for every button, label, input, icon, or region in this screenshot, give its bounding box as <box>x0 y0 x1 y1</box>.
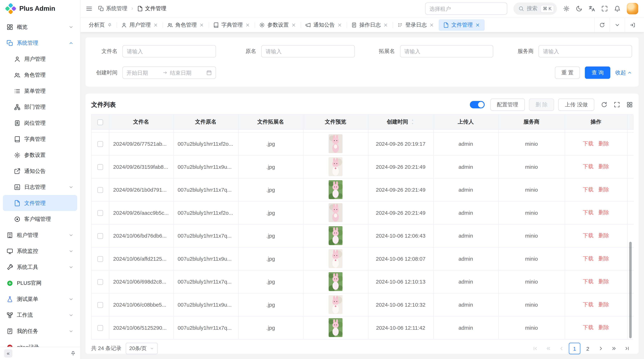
previous-page-button[interactable] <box>556 343 567 354</box>
dark-mode-button[interactable] <box>576 5 582 12</box>
tab-item[interactable]: 文件管理 <box>439 19 484 30</box>
reset-button[interactable]: 重 置 <box>555 66 580 79</box>
tenant-select[interactable] <box>425 2 507 15</box>
file-preview-image[interactable] <box>328 180 342 199</box>
page-size-select[interactable]: 20条/页 <box>126 343 158 354</box>
tab-item[interactable]: 角色管理 <box>162 19 208 30</box>
table-row[interactable]: 2024/09/26/77521ab... 007u2bluly1hrr11xf… <box>92 132 634 155</box>
sidebar-pin-icon[interactable] <box>70 351 76 356</box>
sidebar-item[interactable]: 客户端管理 <box>3 211 77 227</box>
column-header[interactable]: 创建时间 <box>368 115 433 129</box>
close-icon[interactable] <box>383 22 388 27</box>
sidebar-item[interactable]: PLUS官网 <box>3 275 77 291</box>
download-link[interactable]: 下载 <box>583 278 594 285</box>
date-end-input[interactable] <box>170 69 204 76</box>
download-link[interactable]: 下载 <box>583 163 594 170</box>
page-button[interactable]: 1 <box>569 343 580 354</box>
sidebar-collapse-button[interactable]: « <box>4 349 12 358</box>
table-fullscreen-button[interactable] <box>614 101 620 108</box>
file-preview-image[interactable] <box>328 226 342 245</box>
filter-input[interactable] <box>400 45 494 57</box>
sidebar-item[interactable]: 通知公告 <box>3 163 77 179</box>
tab-item[interactable]: 通知公告 <box>301 19 347 30</box>
table-row[interactable]: 2024/09/26/3159fab8... 007u2bluly1hrr11x… <box>92 155 634 178</box>
close-icon[interactable] <box>291 22 296 27</box>
file-preview-image[interactable] <box>328 134 342 153</box>
row-checkbox[interactable] <box>97 187 103 193</box>
tab-exit-button[interactable] <box>625 18 640 32</box>
sidebar-item[interactable]: 日志管理 <box>3 179 77 195</box>
sidebar-item[interactable]: 菜单管理 <box>3 83 77 99</box>
delete-selected-button[interactable]: 删 除 <box>529 98 554 111</box>
sidebar-item[interactable]: 字典管理 <box>3 131 77 147</box>
tab-item[interactable]: 登录日志 <box>393 19 439 30</box>
global-search[interactable]: 搜索 ⌘ K <box>513 2 557 15</box>
upload-button[interactable]: 上传 没做 <box>558 98 594 111</box>
file-preview-image[interactable] <box>328 272 342 291</box>
table-scrollbar[interactable] <box>629 242 632 338</box>
file-preview-image[interactable] <box>328 249 342 268</box>
close-icon[interactable] <box>245 22 250 27</box>
close-icon[interactable] <box>475 22 480 27</box>
close-icon[interactable] <box>199 22 204 27</box>
close-icon[interactable] <box>337 22 342 27</box>
row-checkbox[interactable] <box>97 256 103 262</box>
filter-input[interactable] <box>122 45 216 57</box>
tab-menu-button[interactable] <box>610 18 625 32</box>
sidebar-item[interactable]: gitee记录 <box>3 339 77 347</box>
file-preview-image[interactable] <box>328 157 342 176</box>
sidebar-item[interactable]: 概览 <box>3 19 77 35</box>
first-page-button[interactable] <box>529 343 541 354</box>
tab-item[interactable]: 参数设置 <box>254 19 300 30</box>
breadcrumb-item[interactable]: 系统管理 <box>98 5 127 12</box>
collapse-filters-link[interactable]: 收起 <box>615 69 632 76</box>
delete-link[interactable]: 删除 <box>598 232 609 239</box>
file-preview-image[interactable] <box>328 295 342 314</box>
download-link[interactable]: 下载 <box>583 209 594 216</box>
jump-back-button[interactable] <box>542 343 554 354</box>
sidebar-item[interactable]: 我的任务 <box>3 323 77 339</box>
delete-link[interactable]: 删除 <box>598 163 609 170</box>
sidebar-item[interactable]: 文件管理 <box>3 195 77 211</box>
table-refresh-button[interactable] <box>601 101 608 108</box>
row-checkbox[interactable] <box>97 141 103 147</box>
delete-link[interactable]: 删除 <box>598 255 609 262</box>
last-page-button[interactable] <box>622 343 633 354</box>
sidebar-item[interactable]: 用户管理 <box>3 51 77 67</box>
notifications-button[interactable] <box>614 5 620 12</box>
row-checkbox[interactable] <box>97 302 103 308</box>
date-start-input[interactable] <box>126 69 160 76</box>
date-range-picker[interactable] <box>122 66 216 79</box>
close-icon[interactable] <box>429 22 434 27</box>
table-row[interactable]: 2024/10/06/c08bbe5... 007u2bluly1hrr11x9… <box>92 293 634 316</box>
table-row[interactable]: 2024/09/26/1b0d791... 007u2bluly1hrr11x7… <box>92 178 634 201</box>
sort-icon[interactable] <box>411 119 415 125</box>
row-checkbox[interactable] <box>97 210 103 216</box>
delete-link[interactable]: 删除 <box>598 186 609 193</box>
table-row[interactable]: 2024/10/06/bd76db6... 007u2bluly1hrr11x7… <box>92 224 634 247</box>
row-checkbox[interactable] <box>97 279 103 285</box>
query-button[interactable]: 查 询 <box>585 66 610 79</box>
delete-link[interactable]: 删除 <box>598 209 609 216</box>
sidebar-item[interactable]: 系统监控 <box>3 243 77 259</box>
search-visibility-toggle[interactable] <box>470 101 484 108</box>
jump-forward-button[interactable] <box>608 343 620 354</box>
download-link[interactable]: 下载 <box>583 232 594 239</box>
sidebar-toggle-button[interactable] <box>86 5 92 12</box>
breadcrumb-item[interactable]: 文件管理 <box>137 5 166 12</box>
delete-link[interactable]: 删除 <box>598 301 609 308</box>
download-link[interactable]: 下载 <box>583 140 594 147</box>
sidebar-item[interactable]: 参数设置 <box>3 147 77 163</box>
table-row[interactable]: 2024/10/06/698d2c8... 007u2bluly1hrr11x7… <box>92 270 634 293</box>
config-management-button[interactable]: 配置管理 <box>490 98 525 111</box>
download-link[interactable]: 下载 <box>583 324 594 331</box>
tab-refresh-button[interactable] <box>594 18 610 32</box>
download-link[interactable]: 下载 <box>583 301 594 308</box>
page-button[interactable]: 2 <box>582 343 593 354</box>
fullscreen-button[interactable] <box>601 5 608 12</box>
file-preview-image[interactable] <box>328 203 342 222</box>
table-row[interactable]: 2024/10/06/affd2125... 007u2bluly1hrr11x… <box>92 247 634 270</box>
avatar[interactable] <box>627 3 638 14</box>
download-link[interactable]: 下载 <box>583 186 594 193</box>
delete-link[interactable]: 删除 <box>598 324 609 331</box>
